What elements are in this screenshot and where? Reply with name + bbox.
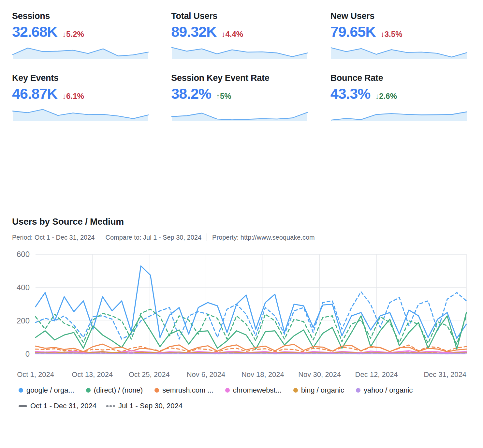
svg-text:Nov 30, 2024: Nov 30, 2024 [298, 370, 341, 379]
legend-item-source: (direct) / (none) [86, 386, 143, 395]
kpi-title: Total Users [171, 11, 309, 21]
chart-container: 0200400600Oct 1, 2024Oct 13, 2024Oct 25,… [12, 250, 469, 384]
section-title: Users by Source / Medium [12, 217, 469, 227]
legend-dot-icon [293, 388, 298, 393]
kpi-value: 38.2% [171, 86, 211, 101]
users-by-source-medium-chart: 0200400600Oct 1, 2024Oct 13, 2024Oct 25,… [12, 250, 468, 384]
svg-text:Oct 13, 2024: Oct 13, 2024 [72, 370, 113, 379]
svg-text:600: 600 [17, 250, 30, 259]
legend-label: Oct 1 - Dec 31, 2024 [30, 402, 96, 410]
kpi-delta: ↓5.2% [62, 30, 84, 39]
report-page: Sessions 32.68K ↓5.2% Total Users 89.32K… [0, 0, 483, 410]
dashed-line-icon [106, 405, 115, 407]
kpi-card-new-users: New Users 79.65K ↓3.5% [330, 11, 469, 59]
kpi-delta: ↑5% [216, 92, 231, 101]
kpi-delta: ↓4.4% [221, 30, 243, 39]
legend-item-period: Oct 1 - Dec 31, 2024 [19, 402, 96, 410]
sessions-sparkline [12, 44, 149, 59]
legend-dot-icon [154, 388, 159, 393]
kpi-value: 43.3% [330, 86, 371, 101]
kpi-title: Bounce Rate [330, 73, 469, 83]
legend-label: semrush.com ... [162, 386, 213, 395]
report-meta: Period: Oct 1 - Dec 31, 2024 Compare to:… [12, 233, 469, 241]
key-events-sparkline [12, 106, 149, 121]
legend-item-source: google / orga... [19, 386, 74, 395]
kpi-card-sessions: Sessions 32.68K ↓5.2% [12, 11, 150, 59]
svg-text:200: 200 [17, 316, 30, 325]
kpi-value: 79.65K [330, 24, 376, 39]
kpi-delta: ↓3.5% [381, 30, 402, 39]
svg-text:0: 0 [25, 350, 30, 358]
divider [207, 233, 207, 241]
kpi-card-session-key-event-rate: Session Key Event Rate 38.2% ↑5% [171, 73, 309, 121]
legend-item-source: bing / organic [293, 386, 344, 395]
meta-period: Period: Oct 1 - Dec 31, 2024 [12, 234, 95, 241]
kpi-value: 32.68K [12, 24, 57, 39]
legend-label: bing / organic [301, 386, 344, 395]
chart-legend-periods: Oct 1 - Dec 31, 2024Jul 1 - Sep 30, 2024 [19, 402, 469, 410]
kpi-title: Session Key Event Rate [171, 73, 309, 83]
svg-text:Dec 12, 2024: Dec 12, 2024 [355, 370, 398, 379]
users-by-source-medium-section: Users by Source / Medium Period: Oct 1 -… [12, 217, 469, 410]
kpi-card-bounce-rate: Bounce Rate 43.3% ↓2.6% [330, 73, 469, 121]
legend-dot-icon [86, 388, 91, 393]
total-users-sparkline [171, 44, 308, 59]
legend-label: Jul 1 - Sep 30, 2024 [118, 402, 183, 410]
meta-property: Property: http://www.seoquake.com [212, 234, 315, 241]
solid-line-icon [19, 405, 27, 407]
svg-text:400: 400 [17, 283, 30, 292]
bounce-rate-sparkline [330, 106, 467, 121]
kpi-value: 89.32K [171, 24, 216, 39]
legend-item-period: Jul 1 - Sep 30, 2024 [106, 402, 183, 410]
kpi-title: New Users [330, 11, 469, 21]
divider [100, 233, 100, 241]
kpi-title: Sessions [12, 11, 150, 21]
new-users-sparkline [330, 44, 467, 59]
legend-dot-icon [19, 388, 23, 393]
legend-label: yahoo / organic [364, 386, 413, 395]
legend-item-source: yahoo / organic [356, 386, 413, 395]
kpi-grid: Sessions 32.68K ↓5.2% Total Users 89.32K… [12, 11, 469, 121]
legend-label: chromewebst... [233, 386, 282, 395]
meta-compare: Compare to: Jul 1 - Sep 30, 2024 [105, 234, 201, 241]
legend-label: (direct) / (none) [94, 386, 143, 395]
kpi-delta: ↓6.1% [62, 92, 84, 101]
kpi-card-total-users: Total Users 89.32K ↓4.4% [171, 11, 309, 59]
chart-legend-sources: google / orga...(direct) / (none)semrush… [19, 386, 469, 395]
kpi-title: Key Events [12, 73, 150, 83]
svg-text:Dec 31, 2024: Dec 31, 2024 [424, 370, 466, 379]
svg-text:Nov 18, 2024: Nov 18, 2024 [242, 370, 284, 379]
kpi-delta: ↓2.6% [375, 92, 397, 101]
legend-dot-icon [225, 388, 230, 393]
kpi-value: 46.87K [12, 86, 57, 101]
session-key-event-rate-sparkline [171, 106, 308, 121]
svg-text:Oct 1, 2024: Oct 1, 2024 [17, 370, 54, 379]
legend-dot-icon [356, 388, 360, 393]
legend-item-source: chromewebst... [225, 386, 282, 395]
svg-text:Oct 25, 2024: Oct 25, 2024 [129, 370, 170, 379]
kpi-card-key-events: Key Events 46.87K ↓6.1% [12, 73, 150, 121]
legend-item-source: semrush.com ... [154, 386, 213, 395]
svg-text:Nov 6, 2024: Nov 6, 2024 [187, 370, 226, 379]
legend-label: google / orga... [26, 386, 74, 395]
